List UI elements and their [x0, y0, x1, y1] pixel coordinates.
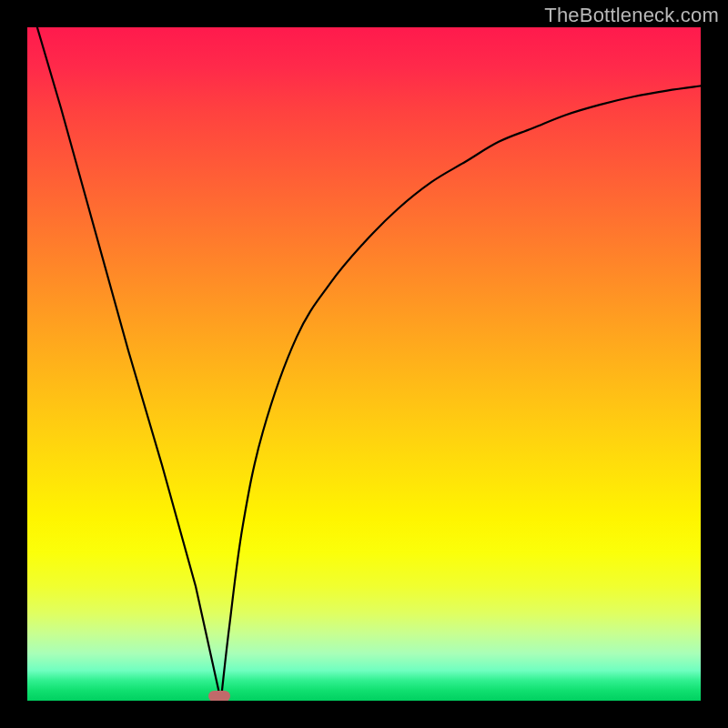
watermark-text: TheBottleneck.com	[544, 4, 719, 27]
optimal-point-marker	[208, 691, 230, 701]
chart-frame: TheBottleneck.com	[0, 0, 728, 728]
bottleneck-curve	[27, 27, 701, 701]
plot-area	[27, 27, 701, 701]
